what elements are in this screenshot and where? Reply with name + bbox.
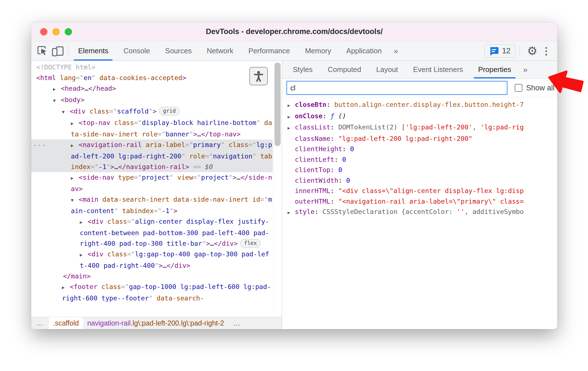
devtools-window: DevTools - developer.chrome.com/docs/dev… [31, 22, 557, 329]
expander-icon[interactable]: ▶ [80, 250, 88, 260]
property-name: innerHTML [295, 187, 330, 195]
property-row[interactable]: ▶onClose: ƒ () [282, 111, 557, 122]
property-row[interactable]: outerHTML: "<navigation-rail aria-label=… [282, 196, 557, 207]
expander-icon[interactable]: ▶ [62, 282, 70, 293]
titlebar: DevTools - developer.chrome.com/docs/dev… [31, 22, 557, 41]
expander-icon[interactable]: ▼ [71, 195, 79, 206]
breadcrumb: ….scaffoldnavigation-rail.lg\:pad-left-2… [31, 317, 282, 329]
property-name: clientLeft [295, 156, 334, 163]
issues-message-icon [489, 46, 499, 56]
property-value: , [473, 123, 480, 131]
expander-icon[interactable]: ▶ [288, 112, 295, 122]
zoom-window-button[interactable] [65, 28, 72, 35]
minimize-window-button[interactable] [52, 28, 60, 35]
kebab-menu-icon[interactable]: ⋮ [540, 45, 552, 57]
expander-icon[interactable]: ▶ [288, 123, 295, 134]
dom-scrollbar-thumb[interactable] [274, 62, 281, 146]
dom-node[interactable]: ▶<div class="lg:gap-top-400 gap-top-300 … [31, 249, 273, 271]
properties-filter-input[interactable] [286, 81, 507, 95]
property-row[interactable]: clientWidth: 0 [282, 175, 557, 186]
expander-icon[interactable]: ▶ [71, 173, 79, 184]
property-value: , additiveSymbo [464, 208, 524, 216]
property-row[interactable]: ▶style: CSSStyleDeclaration {accentColor… [282, 207, 557, 218]
property-value: 0 [346, 177, 350, 184]
dom-node[interactable]: </main> [31, 271, 273, 281]
property-row[interactable]: clientTop: 0 [282, 165, 557, 175]
panel-tabs: ElementsConsoleSourcesNetworkPerformance… [71, 41, 389, 61]
dom-node[interactable]: <html lang="en" data-cookies-accepted> [31, 73, 273, 83]
property-name: clientWidth [295, 177, 338, 184]
inspect-element-icon[interactable] [35, 41, 50, 61]
expander-icon[interactable]: ▶ [80, 217, 88, 228]
device-toolbar-icon[interactable] [50, 41, 66, 61]
sidebar-tabs: StylesComputedLayoutEvent ListenersPrope… [282, 61, 557, 79]
sidebar-tab-computed[interactable]: Computed [320, 61, 369, 78]
dom-node[interactable]: ▶<side-nav type="project" view="project"… [31, 172, 273, 194]
property-value: "<navigation-rail aria-label=\"primary\"… [338, 197, 524, 205]
dom-node[interactable]: ▼<body> [31, 95, 273, 106]
tab-network[interactable]: Network [199, 41, 241, 61]
expander-icon[interactable]: ▶ [53, 84, 61, 95]
tab-performance[interactable]: Performance [241, 41, 298, 61]
dom-scrollbar[interactable] [273, 61, 282, 317]
dom-node[interactable]: ▼<main data-search-inert data-side-nav-i… [31, 194, 273, 216]
toolbar-separator [520, 46, 520, 56]
property-name: style [295, 208, 315, 216]
expander-icon[interactable]: ▶ [71, 118, 79, 129]
accessibility-button[interactable] [249, 67, 268, 85]
tab-console[interactable]: Console [116, 41, 157, 61]
expander-icon[interactable]: ▶ [71, 140, 79, 151]
show-all-checkbox[interactable] [515, 84, 522, 92]
tab-sources[interactable]: Sources [158, 41, 199, 61]
more-sidebar-tabs-chevron[interactable]: » [519, 61, 532, 78]
sidebar-tab-properties[interactable]: Properties [471, 61, 519, 78]
breadcrumb-item[interactable]: .scaffold [49, 317, 83, 329]
issues-count: 12 [502, 47, 510, 55]
property-value: button.align-center.display-flex.button.… [334, 101, 524, 109]
node-menu-dots[interactable]: ... [33, 138, 47, 149]
property-name: onClose [295, 112, 322, 120]
issues-counter-button[interactable]: 12 [485, 44, 515, 58]
sidebar-tab-layout[interactable]: Layout [369, 61, 406, 78]
tab-memory[interactable]: Memory [297, 41, 339, 61]
expander-icon[interactable]: ▶ [288, 208, 295, 218]
sidebar-tab-event-listeners[interactable]: Event Listeners [406, 61, 471, 78]
property-name: outerHTML [295, 197, 330, 205]
dom-node[interactable]: ▶...<navigation-rail aria-label="primary… [31, 139, 273, 172]
dom-node[interactable]: ▼<div class="scaffold">grid [31, 106, 273, 117]
expander-icon[interactable]: ▼ [62, 107, 70, 117]
dom-node[interactable]: ▶<footer class="gap-top-1000 lg:pad-left… [31, 281, 273, 303]
property-row[interactable]: ▶closeBtn: button.align-center.display-f… [282, 100, 557, 111]
property-value: 0 [338, 166, 342, 174]
close-window-button[interactable] [40, 28, 47, 35]
breadcrumb-overflow[interactable]: … [31, 317, 49, 329]
layout-badge[interactable]: grid [159, 107, 179, 115]
main-toolbar: ElementsConsoleSourcesNetworkPerformance… [31, 41, 557, 61]
breadcrumb-overflow[interactable]: … [228, 317, 246, 329]
tab-application[interactable]: Application [339, 41, 389, 61]
dom-node[interactable]: ▶<head>…</head> [31, 83, 273, 95]
property-row[interactable]: innerHTML: "<div class=\"align-center di… [282, 186, 557, 196]
property-value: '' [457, 208, 464, 216]
filter-row: Show all [282, 79, 557, 97]
sidebar-pane: StylesComputedLayoutEvent ListenersPrope… [282, 61, 557, 329]
gear-icon[interactable]: ⚙ [524, 45, 540, 57]
property-row[interactable]: ▶classList: DOMTokenList(2) ['lg:pad-lef… [282, 122, 557, 134]
expander-icon[interactable]: ▶ [288, 100, 295, 111]
dom-node[interactable]: ▶<top-nav class="display-block hairline-… [31, 117, 273, 139]
property-value: 'lg:pad-left-200' [405, 123, 473, 131]
property-row[interactable]: clientHeight: 0 [282, 144, 557, 155]
property-name: clientTop [295, 166, 330, 174]
dom-node[interactable]: ▶<div class="align-center display-flex j… [31, 216, 273, 249]
property-row[interactable]: clientLeft: 0 [282, 155, 557, 165]
dom-node[interactable]: <!DOCTYPE html> [31, 62, 273, 73]
breadcrumb-item[interactable]: navigation-rail.lg\:pad-left-200.lg\:pad… [83, 317, 228, 329]
tab-elements[interactable]: Elements [71, 41, 116, 61]
layout-badge[interactable]: flex [240, 239, 261, 248]
accessibility-icon [253, 71, 264, 82]
expander-icon[interactable]: ▼ [53, 95, 61, 106]
dom-tree: <!DOCTYPE html><html lang="en" data-cook… [31, 61, 273, 317]
property-row[interactable]: className: "lg:pad-left-200 lg:pad-right… [282, 134, 557, 144]
sidebar-tab-styles[interactable]: Styles [285, 61, 320, 78]
more-panels-chevron[interactable]: » [389, 41, 403, 61]
